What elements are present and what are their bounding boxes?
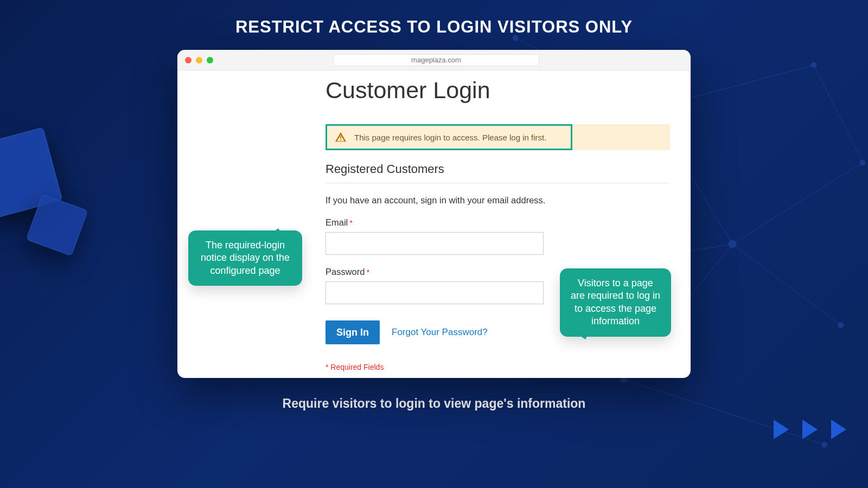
email-field[interactable] bbox=[326, 232, 544, 255]
section-subtitle: If you have an account, sign in with you… bbox=[326, 195, 670, 206]
email-field-group: Email* bbox=[326, 217, 670, 255]
callout-visitors-require-login: Visitors to a page are required to log i… bbox=[560, 268, 671, 337]
slide-caption: Require visitors to login to view page's… bbox=[283, 396, 586, 411]
forgot-password-link[interactable]: Forgot Your Password? bbox=[392, 327, 488, 338]
svg-rect-20 bbox=[340, 139, 341, 140]
page-title: Customer Login bbox=[326, 77, 670, 104]
section-title-registered: Registered Customers bbox=[326, 162, 670, 183]
address-bar[interactable]: mageplaza.com bbox=[333, 54, 539, 66]
alert-band: This page requires login to access. Plea… bbox=[326, 124, 670, 150]
email-label: Email bbox=[326, 217, 348, 227]
slide-heading: RESTRICT ACCESS TO LOGIN VISITORS ONLY bbox=[235, 17, 633, 37]
close-icon[interactable] bbox=[185, 57, 192, 63]
signin-button[interactable]: Sign In bbox=[326, 320, 380, 344]
required-fields-note: * Required Fields bbox=[326, 363, 670, 371]
password-field[interactable] bbox=[326, 281, 544, 304]
login-required-alert: This page requires login to access. Plea… bbox=[326, 124, 572, 150]
required-mark: * bbox=[366, 267, 369, 277]
svg-rect-19 bbox=[340, 136, 341, 139]
required-mark: * bbox=[349, 218, 353, 227]
browser-window: mageplaza.com The required-login notice … bbox=[177, 50, 691, 378]
minimize-icon[interactable] bbox=[196, 57, 202, 63]
alert-text: This page requires login to access. Plea… bbox=[354, 133, 546, 142]
address-url: mageplaza.com bbox=[411, 56, 461, 64]
zoom-icon[interactable] bbox=[207, 57, 213, 63]
page-content: The required-login notice display on the… bbox=[177, 70, 691, 378]
password-label: Password bbox=[326, 267, 365, 277]
callout-required-login-notice: The required-login notice display on the… bbox=[188, 230, 302, 286]
window-controls bbox=[185, 57, 213, 63]
warning-icon bbox=[335, 131, 347, 143]
browser-titlebar: mageplaza.com bbox=[177, 50, 691, 70]
